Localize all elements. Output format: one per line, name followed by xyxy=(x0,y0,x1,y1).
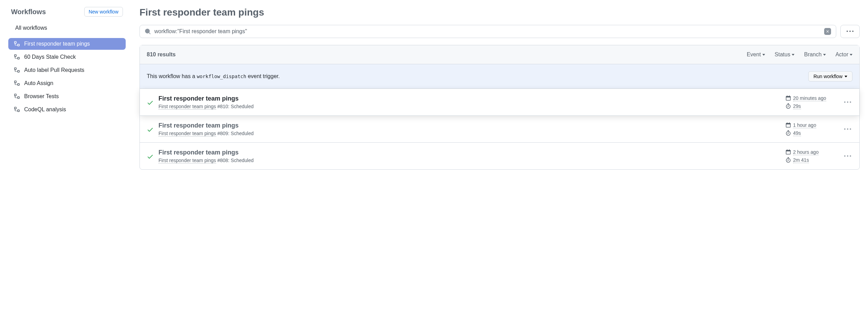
workflow-icon xyxy=(14,80,20,86)
caret-down-icon xyxy=(850,54,852,56)
run-subtitle: First responder team pings #810: Schedul… xyxy=(158,104,781,109)
run-meta: 2 hours ago 2m 41s xyxy=(785,149,834,163)
run-meta: 1 hour ago 49s xyxy=(785,122,834,136)
calendar-icon xyxy=(785,122,791,128)
filter-status[interactable]: Status xyxy=(775,51,794,58)
caret-down-icon xyxy=(762,54,765,56)
run-subtitle: First responder team pings #809: Schedul… xyxy=(158,131,781,136)
check-icon xyxy=(147,153,154,160)
run-subtitle: First responder team pings #808: Schedul… xyxy=(158,158,781,163)
check-icon xyxy=(147,99,154,106)
stopwatch-icon xyxy=(785,130,791,136)
sidebar-item-workflow[interactable]: Browser Tests xyxy=(8,91,126,102)
more-options-button[interactable] xyxy=(840,25,860,38)
sidebar-item-label: CodeQL analysis xyxy=(24,106,66,113)
sidebar-item-workflow[interactable]: 60 Days Stale Check xyxy=(8,51,126,63)
sidebar-item-label: 60 Days Stale Check xyxy=(24,54,76,60)
check-icon xyxy=(147,126,154,133)
main-content: First responder team pings 810 results E… xyxy=(139,7,860,170)
sidebar-title: Workflows xyxy=(11,8,46,16)
run-row[interactable]: First responder team pings First respond… xyxy=(140,89,859,116)
caret-down-icon xyxy=(823,54,826,56)
kebab-icon xyxy=(844,99,851,106)
run-options-button[interactable] xyxy=(843,151,852,161)
run-title: First responder team pings xyxy=(158,149,781,156)
clear-search-button[interactable] xyxy=(824,28,831,35)
caret-down-icon xyxy=(792,54,794,56)
results-count: 810 results xyxy=(147,51,176,58)
run-duration: 49s xyxy=(793,130,801,136)
sidebar-item-workflow[interactable]: Auto Assign xyxy=(8,77,126,89)
run-row[interactable]: First responder team pings First respond… xyxy=(140,143,859,169)
dispatch-text: This workflow has a workflow_dispatch ev… xyxy=(147,73,280,79)
run-duration: 29s xyxy=(793,103,801,109)
workflow-icon xyxy=(14,54,20,60)
sidebar-item-label: All workflows xyxy=(15,25,47,31)
run-duration: 2m 41s xyxy=(793,157,809,163)
page-title: First responder team pings xyxy=(139,7,860,18)
dispatch-banner: This workflow has a workflow_dispatch ev… xyxy=(140,64,859,89)
run-title: First responder team pings xyxy=(158,95,781,102)
sidebar-item-workflow[interactable]: CodeQL analysis xyxy=(8,104,126,115)
new-workflow-button[interactable]: New workflow xyxy=(84,7,123,17)
kebab-icon xyxy=(847,28,853,35)
run-options-button[interactable] xyxy=(843,97,852,107)
results-box: 810 results Event Status Branch Actor Th… xyxy=(139,45,860,170)
sidebar-item-all-workflows[interactable]: All workflows xyxy=(8,22,126,34)
sidebar-item-workflow[interactable]: First responder team pings xyxy=(8,38,126,50)
kebab-icon xyxy=(844,126,851,133)
calendar-icon xyxy=(785,95,791,101)
workflow-icon xyxy=(14,41,20,47)
search-box[interactable] xyxy=(139,25,836,38)
stopwatch-icon xyxy=(785,103,791,109)
sidebar: Workflows New workflow All workflows Fir… xyxy=(8,7,126,170)
run-time: 1 hour ago xyxy=(793,122,816,128)
run-workflow-button[interactable]: Run workflow xyxy=(808,71,852,82)
x-icon xyxy=(826,29,830,34)
sidebar-item-label: First responder team pings xyxy=(24,41,90,47)
search-icon xyxy=(145,28,151,35)
workflow-icon xyxy=(14,93,20,100)
run-meta: 20 minutes ago 29s xyxy=(785,95,834,109)
calendar-icon xyxy=(785,149,791,155)
filter-event[interactable]: Event xyxy=(747,51,765,58)
sidebar-item-label: Browser Tests xyxy=(24,93,59,100)
filter-branch[interactable]: Branch xyxy=(804,51,826,58)
sidebar-item-label: Auto Assign xyxy=(24,80,54,86)
kebab-icon xyxy=(844,153,851,160)
workflow-icon xyxy=(14,106,20,113)
sidebar-item-label: Auto label Pull Requests xyxy=(24,67,84,73)
caret-down-icon xyxy=(845,76,847,77)
run-time: 20 minutes ago xyxy=(793,95,826,101)
workflow-icon xyxy=(14,67,20,73)
run-title: First responder team pings xyxy=(158,122,781,129)
run-time: 2 hours ago xyxy=(793,149,819,155)
run-row[interactable]: First responder team pings First respond… xyxy=(140,116,859,143)
sidebar-item-workflow[interactable]: Auto label Pull Requests xyxy=(8,64,126,76)
stopwatch-icon xyxy=(785,157,791,163)
filter-actor[interactable]: Actor xyxy=(836,51,852,58)
search-input[interactable] xyxy=(154,28,821,35)
run-options-button[interactable] xyxy=(843,124,852,134)
